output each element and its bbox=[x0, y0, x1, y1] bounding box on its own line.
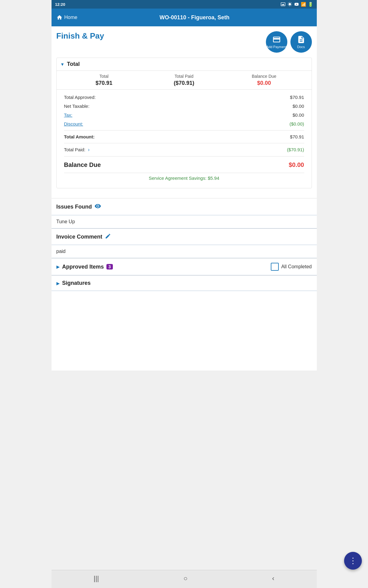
total-col: Total $70.91 bbox=[64, 74, 144, 86]
approved-items-left[interactable]: ▶ Approved Items 3 bbox=[56, 264, 113, 270]
signatures-chevron-icon: ▶ bbox=[56, 281, 60, 286]
discount-link[interactable]: Discount: bbox=[64, 121, 83, 126]
tax-link[interactable]: Tax: bbox=[64, 112, 73, 118]
issues-found-header: Issues Found bbox=[52, 198, 317, 215]
docs-button[interactable]: Docs bbox=[290, 31, 312, 53]
action-buttons: Add Payment Docs bbox=[266, 31, 312, 53]
home-icon bbox=[56, 14, 63, 21]
total-amount-value: $70.91 bbox=[290, 134, 304, 139]
status-bar: 12:20 📶 🔋 bbox=[52, 0, 317, 9]
pencil-icon[interactable] bbox=[105, 233, 111, 240]
invoice-comment-title: Invoice Comment bbox=[56, 234, 102, 240]
net-taxable-value: $0.00 bbox=[293, 104, 304, 109]
signatures-label: Signatures bbox=[62, 280, 91, 286]
main-content: Finish & Pay Add Payment Docs ▼ Total To… bbox=[52, 26, 317, 198]
total-col-label: Total bbox=[99, 74, 109, 79]
balance-due-col: Balance Due $0.00 bbox=[224, 74, 304, 86]
issues-found-content: Tune Up bbox=[52, 215, 317, 228]
docs-label: Docs bbox=[297, 45, 305, 49]
total-approved-value: $70.91 bbox=[290, 95, 304, 100]
invoice-comment-content: paid bbox=[52, 245, 317, 258]
balance-due-row: Balance Due $0.00 bbox=[64, 158, 304, 170]
total-paid-col: Total Paid ($70.91) bbox=[144, 74, 224, 86]
tax-row[interactable]: Tax: $0.00 bbox=[64, 111, 304, 119]
savings-row: Service Agreement Savings: $5.94 bbox=[64, 173, 304, 183]
add-payment-icon bbox=[272, 35, 281, 44]
wifi-icon: 📶 bbox=[301, 2, 306, 7]
total-section: ▼ Total Total $70.91 Total Paid ($70.91)… bbox=[56, 58, 312, 188]
approved-items-badge: 3 bbox=[106, 264, 113, 270]
total-approved-row: Total Approved: $70.91 bbox=[64, 93, 304, 102]
total-amount-label: Total Amount: bbox=[64, 134, 95, 139]
total-paid-col-value: ($70.91) bbox=[174, 80, 194, 86]
home-button[interactable]: Home bbox=[56, 14, 78, 21]
total-paid-detail-label: Total Paid: › bbox=[64, 147, 90, 153]
balance-due-col-value: $0.00 bbox=[257, 80, 271, 86]
total-label: Total bbox=[67, 61, 80, 67]
page-title: Finish & Pay bbox=[56, 31, 104, 41]
visibility-icon bbox=[94, 203, 101, 209]
balance-due-col-label: Balance Due bbox=[252, 74, 276, 79]
top-nav: Home WO-00110 - Figueroa, Seth bbox=[52, 9, 317, 26]
eye-icon[interactable] bbox=[94, 203, 101, 211]
home-label: Home bbox=[64, 15, 78, 20]
divider-2 bbox=[64, 143, 304, 143]
total-paid-detail-value: ($70.91) bbox=[287, 147, 304, 153]
total-header: ▼ Total bbox=[57, 58, 312, 71]
total-paid-col-label: Total Paid bbox=[174, 74, 193, 79]
status-icons: 📶 🔋 bbox=[281, 2, 313, 7]
total-details: Total Approved: $70.91 Net Taxable: $0.0… bbox=[57, 90, 312, 188]
image-icon bbox=[281, 2, 286, 7]
net-taxable-row: Net Taxable: $0.00 bbox=[64, 102, 304, 111]
add-payment-label: Add Payment bbox=[266, 45, 286, 49]
page-header: Finish & Pay Add Payment Docs bbox=[56, 31, 312, 53]
approved-items-label: Approved Items bbox=[62, 264, 104, 270]
discount-row[interactable]: Discount: ($0.00) bbox=[64, 119, 304, 128]
divider-3 bbox=[64, 156, 304, 156]
issues-found-title: Issues Found bbox=[56, 204, 92, 210]
page-nav-title: WO-00110 - Figueroa, Seth bbox=[77, 14, 312, 21]
invoice-comment-header: Invoice Comment bbox=[52, 228, 317, 245]
total-summary-row: Total $70.91 Total Paid ($70.91) Balance… bbox=[57, 71, 312, 90]
total-chevron-icon: ▼ bbox=[60, 62, 65, 67]
all-completed-label: All Completed bbox=[281, 264, 312, 270]
total-amount-row: Total Amount: $70.91 bbox=[64, 132, 304, 141]
docs-icon bbox=[297, 35, 305, 44]
bottom-spacer bbox=[52, 291, 317, 371]
net-taxable-label: Net Taxable: bbox=[64, 104, 90, 109]
signatures-row[interactable]: ▶ Signatures bbox=[52, 275, 317, 291]
add-payment-button[interactable]: Add Payment bbox=[266, 31, 287, 53]
discount-value: ($0.00) bbox=[289, 121, 304, 126]
edit-icon bbox=[105, 233, 111, 239]
balance-due-value: $0.00 bbox=[289, 161, 304, 168]
tax-value: $0.00 bbox=[293, 112, 304, 118]
approved-items-row: ▶ Approved Items 3 All Completed bbox=[52, 258, 317, 275]
approved-items-right: All Completed bbox=[271, 263, 312, 271]
battery-icon: 🔋 bbox=[308, 2, 313, 7]
balance-due-label: Balance Due bbox=[64, 161, 101, 168]
divider-1 bbox=[64, 130, 304, 130]
status-time: 12:20 bbox=[55, 2, 65, 7]
total-paid-chevron-icon[interactable]: › bbox=[88, 147, 90, 152]
youtube-icon bbox=[294, 2, 299, 7]
total-col-value: $70.91 bbox=[95, 80, 112, 86]
approved-items-chevron-icon: ▶ bbox=[56, 264, 60, 269]
weather-icon bbox=[287, 2, 292, 7]
all-completed-checkbox[interactable] bbox=[271, 263, 279, 271]
total-paid-row: Total Paid: › ($70.91) bbox=[64, 145, 304, 154]
total-approved-label: Total Approved: bbox=[64, 95, 96, 100]
